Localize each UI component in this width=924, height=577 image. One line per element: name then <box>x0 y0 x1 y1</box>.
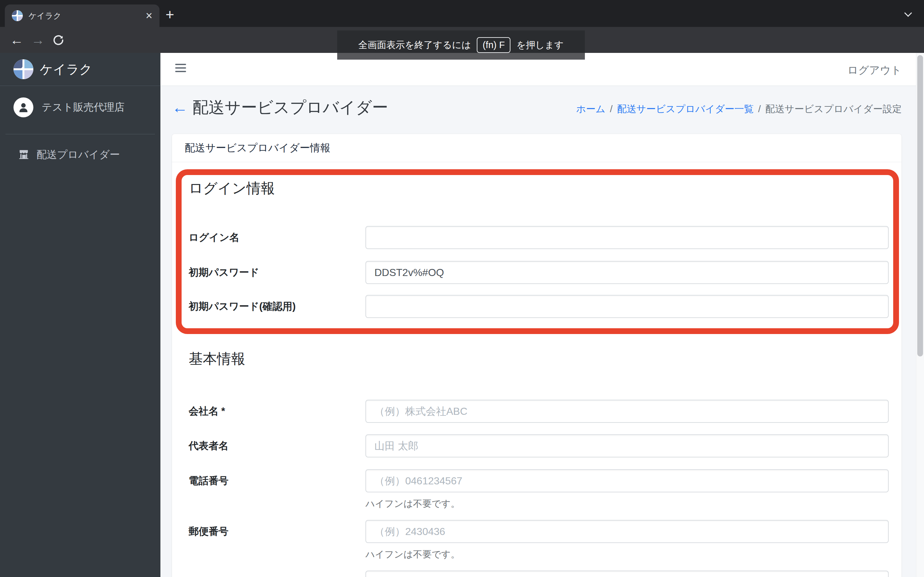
tab-title: ケイラク <box>29 11 145 21</box>
card-header: 配送サービスプロバイダー情報 <box>172 134 901 162</box>
postal-code-label: 郵便番号 <box>189 520 362 543</box>
initial-password-label: 初期パスワード <box>189 261 362 284</box>
hamburger-menu-icon[interactable] <box>175 64 186 74</box>
logout-link[interactable]: ログアウト <box>847 63 901 77</box>
toast-key-badge: (fn) F <box>477 37 510 53</box>
breadcrumb: ホーム/配送サービスプロバイダー一覧/配送サービスプロバイダー設定 <box>576 103 902 116</box>
login-name-input[interactable] <box>365 226 889 249</box>
tab-close-icon[interactable]: × <box>145 10 152 21</box>
sidebar-item-label: 配送プロバイダー <box>37 148 120 162</box>
store-icon <box>18 149 29 161</box>
provider-info-card: 配送サービスプロバイダー情報 ログイン情報 ログイン名 初期パスワード 初期パス… <box>172 134 901 577</box>
person-icon <box>13 97 33 117</box>
login-name-label: ログイン名 <box>189 226 362 249</box>
page-title: 配送サービスプロバイダー <box>192 97 388 118</box>
next-field-input-partial[interactable] <box>365 571 889 577</box>
breadcrumb-separator: / <box>610 103 612 114</box>
login-section-heading: ログイン情報 <box>189 179 275 198</box>
phone-label: 電話番号 <box>189 469 362 492</box>
sidebar-brand[interactable]: ケイラク <box>0 53 160 86</box>
favicon-icon <box>12 10 23 21</box>
keiraku-logo-icon <box>13 59 33 79</box>
page-scrollbar[interactable] <box>916 53 924 577</box>
company-name-input[interactable] <box>365 400 889 423</box>
main-content: ← 配送サービスプロバイダー ホーム/配送サービスプロバイダー一覧/配送サービス… <box>160 86 916 577</box>
basic-section-heading: 基本情報 <box>189 350 245 368</box>
representative-input[interactable] <box>365 434 889 458</box>
breadcrumb-separator: / <box>758 103 761 114</box>
representative-label: 代表者名 <box>189 434 362 458</box>
company-name-label: 会社名 * <box>189 400 362 423</box>
scrollbar-thumb[interactable] <box>917 55 923 356</box>
brand-label: ケイラク <box>40 61 92 78</box>
toast-text-suffix: を押します <box>516 39 564 52</box>
toast-text-prefix: 全画面表示を終了するには <box>359 39 471 52</box>
back-arrow-icon[interactable]: ← <box>172 98 188 117</box>
browser-forward-icon[interactable]: → <box>28 27 47 53</box>
browser-tabstrip: ケイラク × + <box>0 0 924 27</box>
breadcrumb-list-link[interactable]: 配送サービスプロバイダー一覧 <box>617 103 754 114</box>
sidebar-item-providers[interactable]: 配送プロバイダー <box>0 134 160 162</box>
browser-reload-icon[interactable] <box>49 27 68 53</box>
postal-code-input[interactable] <box>365 520 889 543</box>
fullscreen-exit-toast: 全画面表示を終了するには (fn) F を押します <box>337 31 585 60</box>
breadcrumb-home-link[interactable]: ホーム <box>576 103 606 114</box>
sidebar-user-name: テスト販売代理店 <box>42 100 124 114</box>
new-tab-icon[interactable]: + <box>166 7 174 22</box>
sidebar: ケイラク テスト販売代理店 配送プロバイダー <box>0 53 160 577</box>
screen: ケイラク × + ← → demo-kraku.clockwisesystem.… <box>0 0 924 577</box>
tab-search-chevron-icon[interactable] <box>905 10 912 17</box>
sidebar-user-panel[interactable]: テスト販売代理店 <box>0 86 160 128</box>
confirm-password-label: 初期パスワード(確認用) <box>189 295 362 318</box>
browser-back-icon[interactable]: ← <box>7 27 26 53</box>
postal-help-text: ハイフンは不要です。 <box>365 548 460 561</box>
browser-tab[interactable]: ケイラク × <box>5 5 160 27</box>
confirm-password-input[interactable] <box>365 295 889 318</box>
phone-help-text: ハイフンは不要です。 <box>365 498 460 510</box>
breadcrumb-current: 配送サービスプロバイダー設定 <box>765 103 902 114</box>
page-header: ← 配送サービスプロバイダー ホーム/配送サービスプロバイダー一覧/配送サービス… <box>172 96 902 122</box>
phone-input[interactable] <box>365 469 889 492</box>
initial-password-input[interactable] <box>365 261 889 284</box>
